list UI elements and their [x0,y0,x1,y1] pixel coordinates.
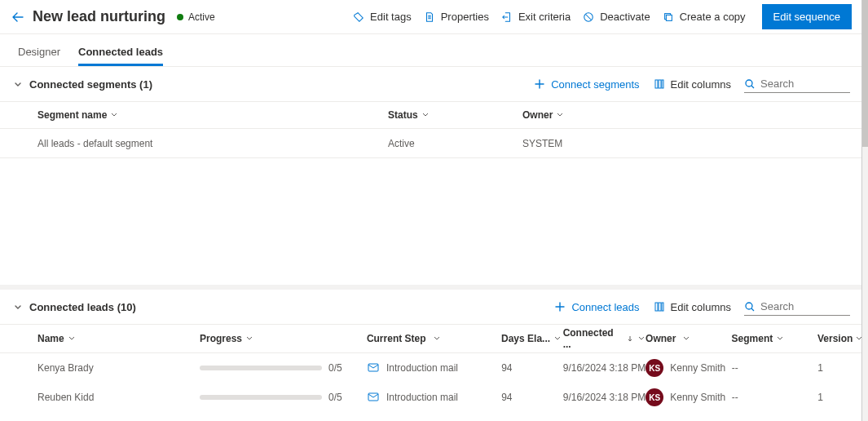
column-header-status[interactable]: Status [388,109,522,121]
edit-sequence-button[interactable]: Edit sequence [762,4,852,29]
days-elapsed-cell: 94 [501,362,563,374]
edit-tags-button[interactable]: Edit tags [352,11,412,24]
chevron-down-icon [776,335,784,343]
column-header-owner[interactable]: Owner [522,109,685,121]
current-step-cell: Introduction mail [386,362,458,374]
segment-cell: -- [732,362,817,374]
avatar: KS [645,388,663,406]
version-cell: 1 [817,362,850,374]
table-row[interactable]: Kenya Brady 0/5 Introduction mail 94 9/1… [0,353,861,383]
scrollbar-thumb[interactable] [862,0,868,147]
svg-rect-8 [659,303,661,311]
column-header-segment[interactable]: Segment [732,333,817,344]
plus-icon [553,300,566,313]
connect-leads-label: Connect leads [571,301,639,313]
page-header: New lead nurturing Active Edit tags Prop… [0,0,861,34]
back-arrow-icon[interactable] [10,9,26,25]
chevron-down-icon[interactable] [11,78,24,91]
chevron-down-icon [245,335,253,343]
column-header-segment-name[interactable]: Segment name [37,109,388,121]
segments-table: Segment name Status Owner All leads - de… [0,101,861,158]
svg-rect-2 [666,15,672,20]
connect-leads-button[interactable]: Connect leads [553,300,639,313]
column-header-owner[interactable]: Owner [645,333,731,344]
command-bar: Edit tags Properties Exit criteria Deact… [352,4,852,29]
chevron-down-icon [68,335,76,343]
connected-on-cell: 9/16/2024 3:18 PM [563,362,645,374]
exit-icon [500,11,513,24]
table-row[interactable]: All leads - default segment Active SYSTE… [0,129,861,158]
svg-rect-5 [662,80,663,88]
svg-point-6 [746,80,752,86]
tab-designer[interactable]: Designer [18,46,60,66]
connect-segments-button[interactable]: Connect segments [533,78,639,91]
chevron-down-icon [421,111,430,119]
chevron-down-icon [637,335,645,343]
chevron-down-icon[interactable] [11,300,24,313]
segment-cell: -- [732,392,817,403]
create-copy-button[interactable]: Create a copy [662,11,746,24]
progress-bar [200,395,322,400]
properties-label: Properties [441,11,489,23]
edit-columns-button[interactable]: Edit columns [653,78,731,91]
svg-rect-3 [655,80,658,88]
leads-search-input[interactable] [744,298,850,316]
column-header-version[interactable]: Version [817,333,850,344]
lead-name-cell: Kenya Brady [37,362,200,374]
status-text: Active [188,11,215,23]
search-icon [744,78,756,91]
leads-edit-columns-button[interactable]: Edit columns [653,300,731,313]
column-header-connected[interactable]: Connected ... [563,327,645,350]
sort-down-icon [626,335,634,343]
connect-segments-label: Connect segments [551,78,639,91]
tabs: Designer Connected leads [0,34,861,67]
mail-icon [367,361,380,374]
connected-leads-header: Connected leads (10) Connect leads Edit … [0,290,861,324]
table-row[interactable]: Reuben Kidd 0/5 Introduction mail 94 9/1… [0,383,861,412]
leads-search-field[interactable] [759,299,850,313]
search-icon [744,300,756,313]
columns-icon [653,300,666,313]
column-header-name[interactable]: Name [37,333,200,344]
connected-leads-title: Connected leads (10) [29,301,136,313]
segment-name-cell: All leads - default segment [37,138,388,149]
column-header-current-step[interactable]: Current Step [367,333,501,344]
connected-segments-header: Connected segments (1) Connect segments … [0,67,861,101]
lead-name-cell: Reuben Kidd [37,392,200,403]
columns-icon [653,78,666,91]
leads-edit-columns-label: Edit columns [671,301,731,313]
chevron-down-icon [433,335,441,343]
create-copy-label: Create a copy [680,11,746,23]
connected-segments-title: Connected segments (1) [29,78,152,91]
copy-icon [662,11,675,24]
segment-owner-cell: SYSTEM [522,138,685,149]
segments-search-field[interactable] [759,77,850,91]
svg-rect-7 [655,303,658,311]
connected-on-cell: 9/16/2024 3:18 PM [563,392,645,403]
exit-criteria-label: Exit criteria [518,11,571,23]
svg-rect-4 [659,80,661,88]
segments-search-input[interactable] [744,75,850,93]
version-cell: 1 [817,392,850,403]
avatar: KS [645,359,663,377]
column-header-days-elapsed[interactable]: Days Ela... [501,333,563,344]
deactivate-icon [582,11,595,24]
leads-table: Name Progress Current Step Days Ela... C… [0,324,861,412]
chevron-down-icon [556,111,564,119]
svg-rect-9 [662,303,663,311]
owner-name-cell: Kenny Smith [670,392,725,403]
tab-connected-leads[interactable]: Connected leads [78,46,163,66]
svg-point-10 [746,303,752,309]
status-badge: Active [177,11,215,23]
progress-label: 0/5 [328,362,342,374]
days-elapsed-cell: 94 [501,392,563,403]
progress-cell: 0/5 [200,392,367,403]
page-title: New lead nurturing [33,8,165,25]
properties-button[interactable]: Properties [423,11,489,24]
chevron-down-icon [110,111,118,119]
vertical-scrollbar[interactable] [862,0,868,421]
column-header-progress[interactable]: Progress [200,333,367,344]
exit-criteria-button[interactable]: Exit criteria [500,11,571,24]
mail-icon [367,391,380,404]
deactivate-button[interactable]: Deactivate [582,11,650,24]
